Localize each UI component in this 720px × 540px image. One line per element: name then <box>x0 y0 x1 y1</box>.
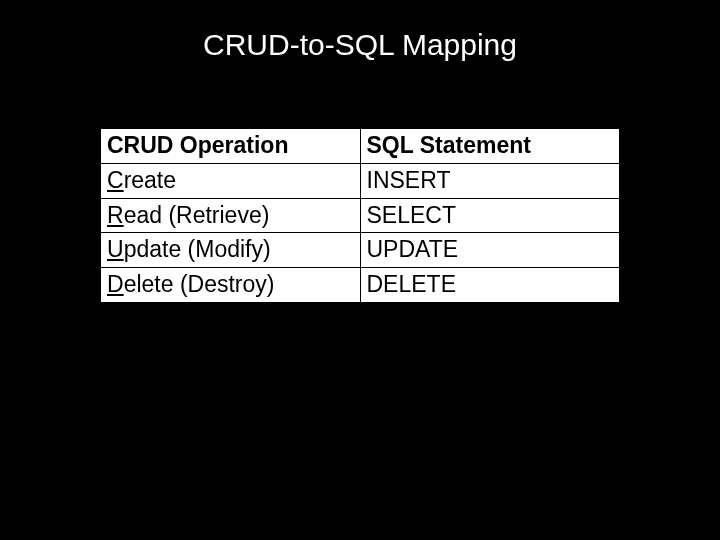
header-sql-statement: SQL Statement <box>360 129 620 164</box>
cell-crud-op: Create <box>101 163 361 198</box>
table-row: Create INSERT <box>101 163 620 198</box>
mapping-table: CRUD Operation SQL Statement Create INSE… <box>100 128 620 303</box>
crud-rest: ead (Retrieve) <box>124 202 270 228</box>
cell-sql: SELECT <box>360 198 620 233</box>
slide: CRUD-to-SQL Mapping CRUD Operation SQL S… <box>0 0 720 540</box>
crud-initial: C <box>107 167 124 193</box>
footer-lead: For complete documentation, see: <box>216 474 503 495</box>
crud-initial: R <box>107 202 124 228</box>
crud-initial: U <box>107 236 124 262</box>
table-row: Update (Modify) UPDATE <box>101 233 620 268</box>
documentation-link[interactable]: http: //dev. mysql. com/doc/refman/5. 5/… <box>37 498 684 519</box>
crud-rest: reate <box>124 167 176 193</box>
cell-crud-op: Read (Retrieve) <box>101 198 361 233</box>
table-row: Delete (Destroy) DELETE <box>101 268 620 303</box>
cell-sql: DELETE <box>360 268 620 303</box>
page-title: CRUD-to-SQL Mapping <box>0 28 720 62</box>
cell-crud-op: Delete (Destroy) <box>101 268 361 303</box>
cell-sql: UPDATE <box>360 233 620 268</box>
table-row: Read (Retrieve) SELECT <box>101 198 620 233</box>
crud-rest: elete (Destroy) <box>124 271 275 297</box>
table-header-row: CRUD Operation SQL Statement <box>101 129 620 164</box>
cell-sql: INSERT <box>360 163 620 198</box>
mapping-table-wrap: CRUD Operation SQL Statement Create INSE… <box>100 128 620 303</box>
crud-rest: pdate (Modify) <box>124 236 271 262</box>
footer: For complete documentation, see: http: /… <box>0 473 720 522</box>
crud-initial: D <box>107 271 124 297</box>
cell-crud-op: Update (Modify) <box>101 233 361 268</box>
header-crud-operation: CRUD Operation <box>101 129 361 164</box>
